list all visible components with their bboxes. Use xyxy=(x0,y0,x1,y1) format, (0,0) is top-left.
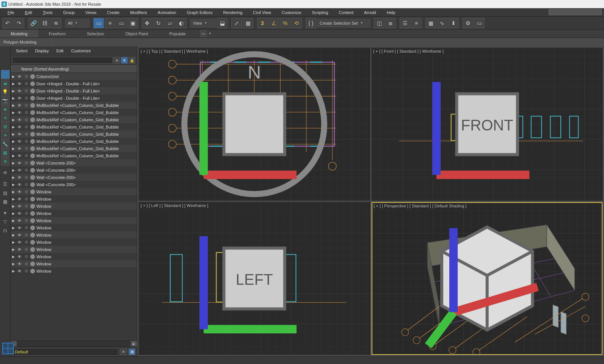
object-color-icon[interactable] xyxy=(30,96,35,100)
freeze-icon[interactable]: ⊘ xyxy=(24,196,29,201)
move-button[interactable]: ✥ xyxy=(142,18,152,28)
expand-icon[interactable]: ▶ xyxy=(12,262,15,266)
freeze-icon[interactable]: ⊘ xyxy=(24,153,29,158)
menu-views[interactable]: Views xyxy=(80,8,102,16)
object-color-icon[interactable] xyxy=(30,204,35,209)
expand-icon[interactable]: ▶ xyxy=(12,176,15,179)
viewport-layout-button[interactable] xyxy=(2,342,14,355)
visibility-icon[interactable]: 👁 xyxy=(17,197,22,201)
list-item[interactable]: ▶👁⊘Window xyxy=(11,238,137,246)
list-item[interactable]: ▶👁⊘ColumnGrid xyxy=(11,73,137,80)
expand-icon[interactable]: ▶ xyxy=(12,183,15,187)
align-button[interactable]: ≣ xyxy=(385,18,396,28)
list-type-a-icon[interactable]: ☰ xyxy=(1,180,9,188)
unlink-button[interactable]: ⛓ xyxy=(39,18,50,28)
menu-file[interactable]: File xyxy=(2,8,20,16)
ref-coord-dropdown[interactable]: View▼ xyxy=(190,19,216,27)
object-color-icon[interactable] xyxy=(30,74,35,79)
expand-icon[interactable]: ▶ xyxy=(12,154,15,158)
list-item[interactable]: ▶👁⊘Window xyxy=(11,260,137,267)
scale-button[interactable]: ▱ xyxy=(165,18,175,28)
select-object-button[interactable]: ▭ xyxy=(93,18,104,28)
list-item[interactable]: ▶👁⊘Window xyxy=(11,267,137,275)
select-by-name-button[interactable]: ≡ xyxy=(105,18,115,28)
freeze-icon[interactable]: ⊘ xyxy=(24,88,29,93)
visibility-icon[interactable]: 👁 xyxy=(17,233,22,237)
freeze-icon[interactable]: ⊘ xyxy=(24,117,29,122)
search-lock-icon[interactable]: 🔒 xyxy=(129,57,135,64)
visibility-icon[interactable]: 👁 xyxy=(17,74,22,79)
freeze-icon[interactable]: ⊘ xyxy=(24,160,29,165)
visibility-icon[interactable]: 👁 xyxy=(17,211,22,216)
freeze-icon[interactable]: ⊘ xyxy=(24,254,29,259)
object-color-icon[interactable] xyxy=(30,233,35,237)
expand-icon[interactable]: ▶ xyxy=(12,269,15,273)
filter-helpers-icon[interactable]: ◈ xyxy=(1,105,9,113)
list-item[interactable]: ▶👁⊘Wall <Concrete-200> xyxy=(11,166,137,174)
list-item[interactable]: ▶👁⊘Window xyxy=(11,246,137,253)
render-setup-button[interactable]: ⚙ xyxy=(463,18,473,28)
object-color-icon[interactable] xyxy=(30,197,35,201)
visibility-icon[interactable]: 👁 xyxy=(17,218,22,223)
mirror-button[interactable]: ◫ xyxy=(374,18,384,28)
object-color-icon[interactable] xyxy=(30,218,35,223)
object-color-icon[interactable] xyxy=(30,154,35,158)
list-item[interactable]: ▶👁⊘MvBlockRef <Custom_Column_Grid_Bubble xyxy=(11,123,137,130)
scene-explorer-hscroll[interactable]: ◄► xyxy=(11,340,137,347)
filter-groups-icon[interactable]: ⊞ xyxy=(1,122,9,131)
filter-spacewarps-icon[interactable]: ≋ xyxy=(1,114,9,122)
spinner-snap-button[interactable]: ⟲ xyxy=(291,18,302,28)
list-item[interactable]: ▶👁⊘Window xyxy=(11,195,137,202)
list-item[interactable]: ▶👁⊘Door <Hinged - Double - Full Lite> xyxy=(11,80,137,87)
container-icon[interactable]: 🗀 xyxy=(1,226,9,235)
schematic-view-button[interactable]: ∿ xyxy=(437,18,447,28)
visibility-icon[interactable]: 👁 xyxy=(17,204,22,209)
layer-explorer-button[interactable]: ☰ xyxy=(400,18,410,28)
render-frame-button[interactable]: ▭ xyxy=(474,18,485,28)
expand-icon[interactable]: ▶ xyxy=(12,104,15,107)
curve-editor-button[interactable]: ▦ xyxy=(425,18,436,28)
menu-rendering[interactable]: Rendering xyxy=(218,8,248,16)
object-color-icon[interactable] xyxy=(30,175,35,180)
object-color-icon[interactable] xyxy=(30,262,35,266)
object-color-icon[interactable] xyxy=(30,82,35,86)
expand-icon[interactable]: ▶ xyxy=(12,82,15,86)
freeze-icon[interactable]: ⊘ xyxy=(24,168,29,173)
freeze-icon[interactable]: ⊘ xyxy=(24,146,29,151)
visibility-icon[interactable]: 👁 xyxy=(17,175,22,180)
visibility-icon[interactable]: 👁 xyxy=(17,89,22,93)
menu-modifiers[interactable]: Modifiers xyxy=(125,8,152,16)
list-item[interactable]: ▶👁⊘MvBlockRef <Custom_Column_Grid_Bubble xyxy=(11,116,137,123)
visibility-icon[interactable]: 👁 xyxy=(17,118,22,122)
viewport-left[interactable]: [ + ] [ Left ] [ Standard ] [ Wireframe … xyxy=(139,202,370,355)
expand-icon[interactable]: ▶ xyxy=(12,190,15,194)
visibility-icon[interactable]: 👁 xyxy=(17,226,22,230)
expand-icon[interactable]: ▶ xyxy=(12,168,15,172)
object-color-icon[interactable] xyxy=(30,89,35,93)
undo-button[interactable]: ↶ xyxy=(2,18,13,28)
freeze-icon[interactable]: ⊘ xyxy=(24,124,29,129)
freeze-icon[interactable]: ⊘ xyxy=(24,189,29,194)
visibility-icon[interactable]: 👁 xyxy=(17,132,22,136)
freeze-icon[interactable]: ⊘ xyxy=(24,103,29,108)
menu-civil-view[interactable]: Civil View xyxy=(248,8,276,16)
visibility-icon[interactable]: 👁 xyxy=(17,240,22,245)
se-menu-select[interactable]: Select xyxy=(12,49,31,53)
freeze-icon[interactable]: ⊘ xyxy=(24,225,29,230)
list-item[interactable]: ▶👁⊘Wall <Concrete-200> xyxy=(11,174,137,181)
viewport-front[interactable]: [ + ] [ Front ] [ Standard ] [ Wireframe… xyxy=(372,48,603,201)
expand-icon[interactable]: ▶ xyxy=(12,147,15,151)
angle-snap-button[interactable]: ∠ xyxy=(268,18,279,28)
expand-icon[interactable]: ▶ xyxy=(12,125,15,129)
snap-toggle-button[interactable]: 3 xyxy=(257,18,268,28)
link-button[interactable]: 🔗 xyxy=(28,18,39,28)
list-item[interactable]: ▶👁⊘Door <Hinged - Double - Full Lite> xyxy=(11,87,137,94)
visibility-icon[interactable]: 👁 xyxy=(17,96,22,100)
expand-icon[interactable]: ▶ xyxy=(12,204,15,208)
list-item[interactable]: ▶👁⊘Wall <Concrete-200> xyxy=(11,181,137,188)
freeze-icon[interactable]: ⊘ xyxy=(24,268,29,273)
object-color-icon[interactable] xyxy=(30,226,35,230)
layer-toggle-icon[interactable]: ▦ xyxy=(129,348,135,355)
percent-snap-button[interactable]: % xyxy=(280,18,290,28)
bind-spacewarp-button[interactable]: ≋ xyxy=(51,18,61,28)
